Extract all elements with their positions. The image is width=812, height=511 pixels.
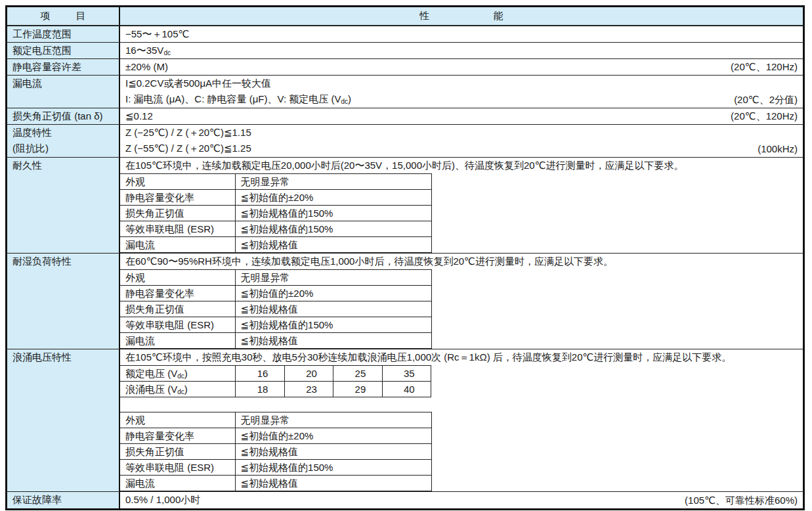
criteria-value: ≦初始规格值 bbox=[235, 237, 431, 253]
endurance-criteria-table: 外观 无明显异常 静电容量变化率 ≦初始值的±20% 损失角正切值 ≦初始规格值… bbox=[120, 173, 432, 253]
row-label: 工作温度范围 bbox=[12, 26, 119, 42]
surge-voltage-row: 浪涌电压 (Vdc) 18 23 29 40 bbox=[120, 382, 431, 397]
test-condition: (20℃、120Hz) bbox=[731, 59, 798, 75]
criteria-row: 损失角正切值 ≦初始规格值 bbox=[120, 444, 431, 460]
row-rated-voltage: 额定电压范围 16〜35Vdc bbox=[7, 42, 803, 58]
criteria-item: 静电容量变化率 bbox=[120, 428, 235, 444]
header-performance-cell: 性能 bbox=[120, 7, 803, 25]
rated-voltage-value: 20 bbox=[284, 366, 333, 382]
row-label: 静电容量容许差 bbox=[12, 59, 119, 75]
rated-voltage-value: 25 bbox=[333, 366, 382, 382]
criteria-row: 外观 无明显异常 bbox=[120, 412, 431, 428]
criteria-value: 无明显异常 bbox=[235, 412, 431, 428]
criteria-item: 损失角正切值 bbox=[120, 301, 235, 317]
row-leakage-current: 漏电流 I≦0.2CV或者500μA中任一较大值 I: 漏电流 (μA)、C: … bbox=[7, 75, 803, 108]
criteria-item: 漏电流 bbox=[120, 333, 235, 349]
header-item-cell: 项目 bbox=[7, 7, 120, 25]
row-label: 耐久性 bbox=[12, 158, 119, 173]
criteria-item: 静电容量变化率 bbox=[120, 286, 235, 301]
criteria-row: 静电容量变化率 ≦初始值的±20% bbox=[120, 428, 431, 444]
criteria-value: ≦初始规格值的150% bbox=[235, 206, 431, 221]
criteria-value: ≦初始规格值 bbox=[235, 444, 431, 460]
humidity-criteria-table: 外观 无明显异常 静电容量变化率 ≦初始值的±20% 损失角正切值 ≦初始规格值… bbox=[120, 269, 432, 349]
criteria-value: ≦初始规格值 bbox=[235, 301, 431, 317]
row-value-line1: I≦0.2CV或者500μA中任一较大值 bbox=[120, 76, 803, 91]
row-label-line2: (阻抗比) bbox=[12, 141, 119, 156]
row-value: ≦0.12 bbox=[120, 108, 803, 124]
criteria-item: 外观 bbox=[120, 412, 235, 428]
criteria-value: ≦初始规格值 bbox=[235, 333, 431, 349]
row-humidity-load: 耐湿负荷特性 在60℃90〜95%RH环境中，连续加载额定电压1,000小时后，… bbox=[7, 253, 803, 349]
header-performance-label: 性能 bbox=[419, 10, 567, 22]
humidity-description: 在60℃90〜95%RH环境中，连续加载额定电压1,000小时后，待温度恢复到2… bbox=[120, 254, 803, 269]
criteria-item: 外观 bbox=[120, 174, 235, 190]
criteria-item: 等效串联电阻 (ESR) bbox=[120, 317, 235, 333]
row-value: −55〜＋105℃ bbox=[120, 26, 803, 42]
row-label: 额定电压范围 bbox=[12, 43, 119, 58]
surge-voltage-value: 18 bbox=[236, 382, 284, 397]
criteria-row: 漏电流 ≦初始规格值 bbox=[120, 333, 431, 349]
criteria-row: 漏电流 ≦初始规格值 bbox=[120, 237, 431, 253]
row-tan-delta: 损失角正切值 (tan δ) ≦0.12 (20℃、120Hz) bbox=[7, 108, 803, 124]
criteria-value: ≦初始值的±20% bbox=[235, 428, 431, 444]
criteria-item: 漏电流 bbox=[120, 237, 235, 253]
criteria-row: 损失角正切值 ≦初始规格值 bbox=[120, 301, 431, 317]
row-failure-rate: 保证故障率 0.5% / 1,000小时 (105℃、可靠性标准60%) bbox=[7, 491, 803, 508]
row-surge-voltage: 浪涌电压特性 在105℃环境中，按照充电30秒、放电5分30秒连续加载浪涌电压1… bbox=[7, 349, 803, 491]
criteria-value: ≦初始规格值的150% bbox=[235, 317, 431, 333]
row-value-line1: Z (−25℃) / Z (＋20℃)≦1.15 bbox=[120, 125, 803, 141]
table-header-row: 项目 性能 bbox=[7, 7, 803, 26]
criteria-row: 外观 无明显异常 bbox=[120, 174, 431, 190]
test-condition: (20℃、120Hz) bbox=[731, 108, 798, 124]
spec-table: 项目 性能 工作温度范围 −55〜＋105℃ 额定电压范围 16〜35Vdc 静… bbox=[5, 5, 805, 510]
criteria-row: 等效串联电阻 (ESR) ≦初始规格值的150% bbox=[120, 221, 431, 237]
test-condition: (100kHz) bbox=[758, 141, 798, 157]
row-label: 耐湿负荷特性 bbox=[12, 254, 119, 269]
criteria-row: 漏电流 ≦初始规格值 bbox=[120, 476, 431, 491]
test-condition: (105℃、可靠性标准60%) bbox=[685, 493, 798, 508]
criteria-value: 无明显异常 bbox=[235, 174, 431, 190]
criteria-row: 静电容量变化率 ≦初始值的±20% bbox=[120, 190, 431, 206]
endurance-description: 在105℃环境中，连续加载额定电压20,000小时后(20〜35V，15,000… bbox=[120, 158, 803, 173]
criteria-item: 等效串联电阻 (ESR) bbox=[120, 221, 235, 237]
rated-voltage-value: 35 bbox=[382, 366, 431, 382]
surge-voltage-table: 额定电压 (Vdc) 16 20 25 35 浪涌电压 (Vdc) 18 23 … bbox=[120, 365, 431, 397]
row-value: ±20% (M) bbox=[120, 59, 803, 75]
surge-voltage-value: 40 bbox=[382, 382, 431, 397]
criteria-value: ≦初始值的±20% bbox=[235, 190, 431, 206]
criteria-value: ≦初始值的±20% bbox=[235, 286, 431, 301]
voltage-row-header: 额定电压 (Vdc) bbox=[120, 366, 236, 382]
row-value-line2: Z (−55℃) / Z (＋20℃)≦1.25 bbox=[120, 141, 803, 156]
criteria-row: 静电容量变化率 ≦初始值的±20% bbox=[120, 286, 431, 301]
criteria-row: 等效串联电阻 (ESR) ≦初始规格值的150% bbox=[120, 460, 431, 476]
criteria-item: 等效串联电阻 (ESR) bbox=[120, 460, 235, 476]
row-value: 16〜35Vdc bbox=[120, 43, 803, 58]
voltage-row-header: 浪涌电压 (Vdc) bbox=[120, 382, 236, 397]
row-label: 浪涌电压特性 bbox=[12, 349, 119, 365]
spacer bbox=[120, 397, 803, 412]
header-item-label: 项目 bbox=[41, 10, 112, 22]
criteria-value: ≦初始规格值的150% bbox=[235, 221, 431, 237]
criteria-value: ≦初始规格值的150% bbox=[235, 460, 431, 476]
criteria-row: 外观 无明显异常 bbox=[120, 270, 431, 286]
criteria-row: 等效串联电阻 (ESR) ≦初始规格值的150% bbox=[120, 317, 431, 333]
surge-voltage-value: 23 bbox=[284, 382, 333, 397]
surge-voltage-value: 29 bbox=[333, 382, 382, 397]
row-label: 漏电流 bbox=[12, 76, 119, 91]
row-endurance: 耐久性 在105℃环境中，连续加载额定电压20,000小时后(20〜35V，15… bbox=[7, 157, 803, 253]
surge-description: 在105℃环境中，按照充电30秒、放电5分30秒连续加载浪涌电压1,000次 (… bbox=[120, 349, 803, 365]
test-condition: (20℃、2分值) bbox=[734, 92, 798, 108]
criteria-value: 无明显异常 bbox=[235, 270, 431, 286]
surge-criteria-table: 外观 无明显异常 静电容量变化率 ≦初始值的±20% 损失角正切值 ≦初始规格值… bbox=[120, 412, 432, 491]
row-capacitance-tolerance: 静电容量容许差 ±20% (M) (20℃、120Hz) bbox=[7, 58, 803, 75]
criteria-item: 静电容量变化率 bbox=[120, 190, 235, 206]
criteria-item: 损失角正切值 bbox=[120, 206, 235, 221]
criteria-item: 损失角正切值 bbox=[120, 444, 235, 460]
row-operating-temperature: 工作温度范围 −55〜＋105℃ bbox=[7, 26, 803, 42]
rated-voltage-value: 16 bbox=[236, 366, 284, 382]
row-label-line1: 温度特性 bbox=[12, 125, 119, 141]
criteria-item: 外观 bbox=[120, 270, 235, 286]
row-label: 损失角正切值 (tan δ) bbox=[12, 108, 119, 124]
rated-voltage-row: 额定电压 (Vdc) 16 20 25 35 bbox=[120, 366, 431, 382]
row-label: 保证故障率 bbox=[12, 492, 119, 508]
